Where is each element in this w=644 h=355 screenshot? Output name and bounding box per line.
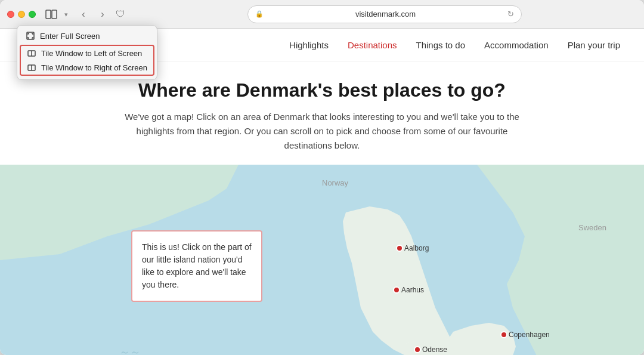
fullscreen-icon <box>26 31 35 41</box>
context-menu-fullscreen[interactable]: Enter Full Screen <box>17 28 157 44</box>
map-tooltip: This is us! Click on the part of our lit… <box>131 230 262 302</box>
nav-destinations[interactable]: Destinations <box>348 40 397 50</box>
svg-text:Aalborg: Aalborg <box>404 244 429 252</box>
hero-description: We've got a map! Click on an area of Den… <box>113 110 531 153</box>
svg-text:～～: ～～ <box>119 346 141 355</box>
traffic-lights <box>7 11 36 18</box>
lock-icon: 🔒 <box>255 10 264 18</box>
back-button[interactable]: ‹ <box>75 6 92 23</box>
address-text: visitdenmark.com <box>267 10 504 18</box>
hero-title: Where are Denmark's best places to go? <box>24 79 620 101</box>
svg-point-12 <box>397 245 402 251</box>
svg-text:Odense: Odense <box>422 345 447 354</box>
svg-text:Sweden: Sweden <box>578 223 606 232</box>
nav-accommodation[interactable]: Accommodation <box>484 40 549 50</box>
map-tooltip-text: This is us! Click on the part of our lit… <box>142 242 252 289</box>
tile-left-icon <box>27 48 36 58</box>
svg-point-18 <box>414 347 420 353</box>
minimize-button[interactable] <box>18 11 25 18</box>
svg-text:Norway: Norway <box>322 178 349 187</box>
nav-highlights[interactable]: Highlights <box>289 40 329 50</box>
context-menu-tile-left[interactable]: Tile Window to Left of Screen <box>21 46 153 60</box>
svg-text:Copenhagen: Copenhagen <box>509 331 550 339</box>
tile-right-icon <box>27 63 36 72</box>
fullscreen-label: Enter Full Screen <box>40 32 100 41</box>
nav-plan-your-trip[interactable]: Plan your trip <box>568 40 620 50</box>
shield-icon: 🛡 <box>116 9 125 20</box>
browser-window: ▾ ‹ › 🛡 🔒 visitdenmark.com ↻ <box>0 0 644 355</box>
map-section[interactable]: ～～ ～～ Norway Sweden Aalborg Aarhus Copen… <box>0 165 644 355</box>
address-bar-container: 🔒 visitdenmark.com ↻ <box>132 5 637 23</box>
denmark-map[interactable]: ～～ ～～ Norway Sweden Aalborg Aarhus Copen… <box>0 165 644 355</box>
tile-left-label: Tile Window to Left of Screen <box>41 49 142 58</box>
forward-button[interactable]: › <box>94 6 111 23</box>
svg-point-14 <box>394 287 400 293</box>
context-menu: Enter Full Screen Tile Window to Left of… <box>17 25 157 80</box>
maximize-button[interactable] <box>29 11 36 18</box>
svg-rect-0 <box>46 10 51 18</box>
svg-point-16 <box>501 332 507 338</box>
svg-text:Aarhus: Aarhus <box>401 286 424 294</box>
address-bar[interactable]: 🔒 visitdenmark.com ↻ <box>247 5 522 23</box>
browser-toolbar: ▾ ‹ › 🛡 🔒 visitdenmark.com ↻ <box>0 0 644 29</box>
browser-nav: ‹ › <box>75 6 111 23</box>
tile-right-label: Tile Window to Right of Screen <box>41 63 147 72</box>
dropdown-arrow[interactable]: ▾ <box>64 11 68 18</box>
svg-rect-1 <box>52 10 57 18</box>
context-menu-tile-right[interactable]: Tile Window to Right of Screen <box>21 60 153 75</box>
reload-icon[interactable]: ↻ <box>507 10 514 18</box>
close-button[interactable] <box>7 11 14 18</box>
nav-things-to-do[interactable]: Things to do <box>416 40 466 50</box>
site-nav-links: Highlights Destinations Things to do Acc… <box>289 40 620 50</box>
window-layout-icon[interactable] <box>43 8 60 20</box>
